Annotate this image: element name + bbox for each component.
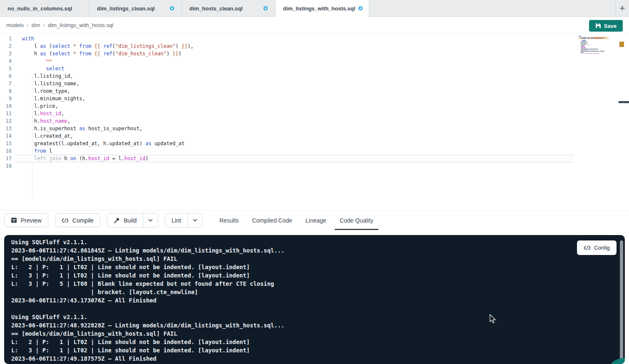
code-line: with — [15, 35, 574, 42]
minimap-line — [581, 45, 589, 45]
terminal-line: L: 3 | P: 1 | LT02 | Line should not be … — [11, 271, 571, 280]
code-line: l.listing_id, — [15, 72, 574, 80]
minimap-line — [581, 51, 599, 52]
config-button[interactable]: Config — [577, 240, 617, 255]
minimap-line — [588, 49, 589, 50]
minimap-line — [581, 50, 587, 51]
minimap-line — [581, 41, 587, 42]
editor-line-5[interactable]: 5 select — [0, 65, 629, 72]
minimap-line — [589, 49, 598, 50]
breadcrumb-item[interactable]: models — [6, 22, 24, 28]
code-line: l.room_type, — [15, 87, 574, 95]
editor-line-8[interactable]: 8 l.room_type, — [0, 87, 629, 95]
terminal-line: L: 2 | P: 1 | LT02 | Line should not be … — [11, 263, 571, 271]
code-line: left join h on (h.host_id = l.host_id) — [15, 155, 574, 162]
terminal-scrollbar[interactable] — [620, 240, 623, 361]
minimap-line — [594, 38, 602, 39]
editor-line-9[interactable]: 9 l.minimum_nights, — [0, 95, 629, 102]
minimap-line — [581, 52, 583, 53]
terminal-panel[interactable]: Using SQLFluff v2.1.1.2023-06-06T11:27:4… — [4, 235, 625, 364]
code-line: l.host_id, — [15, 110, 574, 117]
editor-line-13[interactable]: 13 h.is_superhost as host_is_superhost, — [0, 125, 629, 132]
editor-line-16[interactable]: 16 from l — [0, 147, 629, 155]
line-number: 2 — [0, 42, 15, 50]
file-tab-dim_hosts_clean[interactable]: dim_hosts_clean.sql — [182, 0, 276, 17]
line-number: 11 — [0, 110, 15, 117]
build-dropdown-button[interactable] — [143, 213, 158, 227]
save-floppy-icon — [595, 23, 601, 29]
breadcrumb-row: models›dim›dim_listings_with_hosts.sql S… — [0, 17, 629, 33]
editor-line-1[interactable]: 1with — [0, 35, 629, 42]
minimap-line — [604, 38, 604, 39]
line-number: 15 — [0, 140, 15, 147]
minimap[interactable] — [579, 35, 609, 74]
compile-button-label: Compile — [72, 217, 94, 224]
editor-lines: 1with2 l as (select * from {{ ref("dim_l… — [0, 35, 629, 170]
build-split-button: Build — [107, 213, 158, 228]
minimap-line — [586, 53, 587, 54]
line-number: 4 — [0, 57, 15, 65]
panel-tab-compiled-code[interactable]: Compiled Code — [247, 210, 298, 230]
code-line: l.listing_name, — [15, 80, 574, 87]
file-tab-dim_listings_with_hosts[interactable]: dim_listings_with_hosts.sql — [276, 0, 369, 17]
editor-line-14[interactable]: 14 l.created_at, — [0, 132, 629, 140]
minimap-line — [584, 38, 587, 39]
help-button[interactable] — [607, 358, 625, 364]
terminal-line: Using SQLFluff v2.1.1. — [11, 238, 571, 246]
editor-line-12[interactable]: 12 h.host_name, — [0, 117, 629, 125]
unsaved-changes-icon — [170, 6, 174, 10]
line-number: 17 — [0, 155, 15, 162]
code-line: greatest(l.updated_at, h.updated_at) as … — [15, 140, 574, 147]
file-tab-no_nulls_in_columns[interactable]: no_nulls_in_columns.sql — [0, 0, 90, 17]
code-line: h.host_name, — [15, 117, 574, 125]
config-label: Config — [594, 245, 610, 251]
save-button[interactable]: Save — [589, 20, 623, 32]
editor-line-11[interactable]: 11 l.host_id, — [0, 110, 629, 117]
minimap-line — [583, 52, 584, 53]
tab-label: no_nulls_in_columns.sql — [7, 5, 72, 12]
code-line: h.is_superhost as host_is_superhost, — [15, 125, 574, 132]
editor-line-15[interactable]: 15 greatest(l.updated_at, h.updated_at) … — [0, 140, 629, 147]
build-button[interactable]: Build — [107, 213, 143, 227]
line-number: 12 — [0, 117, 15, 125]
code-line: from l — [15, 147, 574, 155]
minimap-line — [588, 38, 590, 39]
minimap-line — [598, 51, 599, 52]
editor-line-4[interactable]: 4 — [0, 57, 629, 65]
unsaved-changes-icon — [264, 6, 268, 10]
terminal-line: L: 3 | P: 1 | LT02 | Line should not be … — [11, 346, 571, 354]
breadcrumb-item[interactable]: dim — [32, 22, 40, 28]
editor-line-18[interactable]: 18 — [0, 162, 629, 170]
unsaved-changes-icon — [358, 6, 363, 10]
terminal-line: == [models/dim/dim_listings_with_hosts.s… — [11, 255, 571, 263]
editor-line-10[interactable]: 10 l.price, — [0, 102, 629, 110]
lint-dropdown-button[interactable] — [187, 213, 202, 227]
preview-button[interactable]: Preview — [4, 213, 48, 227]
panel-tab-code-quality[interactable]: Code Quality — [335, 210, 378, 230]
line-number: 18 — [0, 162, 15, 170]
lint-button[interactable]: Lint — [165, 213, 187, 227]
terminal-line: 2023-06-06T11:27:49.187575Z — All Finish… — [11, 354, 571, 363]
new-tab-button[interactable]: + — [615, 0, 629, 17]
file-tab-dim_listings_clean[interactable]: dim_listings_clean.sql — [90, 0, 182, 17]
table-icon — [11, 217, 17, 223]
action-buttons: PreviewCompileBuildLint — [4, 213, 203, 228]
panel-tab-results[interactable]: Results — [214, 210, 244, 230]
code-editor[interactable]: 1with2 l as (select * from {{ ref("dim_l… — [0, 33, 629, 210]
editor-line-7[interactable]: 7 l.listing_name, — [0, 80, 629, 87]
minimap-line — [579, 36, 581, 37]
code-line: l as (select * from {{ ref("dim_listings… — [15, 42, 574, 50]
compile-button[interactable]: Compile — [55, 213, 100, 227]
build-button-label: Build — [124, 217, 137, 224]
minimap-line — [581, 45, 584, 46]
chevron-down-icon — [193, 219, 197, 222]
breadcrumb-item[interactable]: dim_listings_with_hosts.sql — [48, 22, 113, 28]
editor-line-2[interactable]: 2 l as (select * from {{ ref("dim_listin… — [0, 42, 629, 50]
editor-line-3[interactable]: 3 h as (select * from {{ ref("dim_hosts_… — [0, 50, 629, 57]
panel-tab-lineage[interactable]: Lineage — [301, 210, 331, 230]
editor-line-6[interactable]: 6 l.listing_id, — [0, 72, 629, 80]
line-number: 9 — [0, 95, 15, 102]
minimap-line — [586, 48, 587, 49]
editor-line-17[interactable]: 17 left join h on (h.host_id = l.host_id… — [0, 155, 629, 162]
code-line: l.minimum_nights, — [15, 95, 574, 102]
